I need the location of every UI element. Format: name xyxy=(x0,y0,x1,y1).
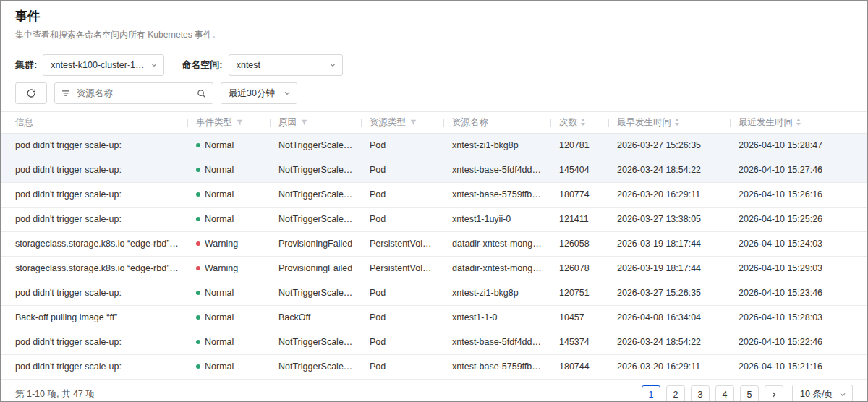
cluster-select[interactable]: xntest-k100-cluster-130-... xyxy=(43,54,164,76)
filter-icon[interactable] xyxy=(236,119,244,127)
refresh-button[interactable] xyxy=(15,82,47,104)
cell-event-type: Normal xyxy=(187,158,270,182)
column-header[interactable]: 资源名称 xyxy=(443,112,550,133)
cell-count: 126058 xyxy=(550,231,608,256)
namespace-select[interactable]: xntest xyxy=(229,54,343,76)
page-header: 事件 集中查看和搜索各命名空间内所有 Kubernetes 事件。 xyxy=(1,1,867,41)
cell-event-type: Normal xyxy=(187,133,270,158)
cell-last-time: 2026-04-10 15:22:46 xyxy=(730,330,868,354)
pagination-summary: 第 1-10 项, 共 47 项 xyxy=(15,388,95,401)
cell-event-type: Warning xyxy=(187,256,270,281)
column-header-label: 信息 xyxy=(15,116,33,129)
cell-resource-name: xntest-zi1-bkg8p xyxy=(443,281,550,305)
cell-last-time: 2026-04-10 15:24:03 xyxy=(730,231,868,256)
cell-count: 121411 xyxy=(550,207,608,231)
cell-reason: BackOff xyxy=(270,305,361,330)
cell-reason: NotTriggerScaleUp xyxy=(270,330,361,354)
filter-lines-icon[interactable] xyxy=(61,89,70,98)
next-page-button[interactable] xyxy=(765,385,783,402)
cell-resource-name: xntest-zi1-bkg8p xyxy=(443,133,550,158)
chevron-down-icon xyxy=(839,391,846,398)
cell-event-type: Normal xyxy=(187,207,270,231)
sort-icons[interactable] xyxy=(796,119,801,126)
sort-icons[interactable] xyxy=(581,119,585,126)
event-type-label: Warning xyxy=(205,239,238,249)
event-type-label: Normal xyxy=(205,362,234,372)
column-header[interactable]: 资源类型 xyxy=(361,112,443,133)
cell-message: pod didn't trigger scale-up: xyxy=(1,158,187,182)
time-range-select[interactable]: 最近30分钟 xyxy=(221,82,297,104)
cell-reason: NotTriggerScaleUp xyxy=(270,354,361,379)
event-type-label: Normal xyxy=(205,140,234,150)
table-row: Back-off pulling image “ff” Normal BackO… xyxy=(1,305,868,330)
table-row: pod didn't trigger scale-up: Normal NotT… xyxy=(1,354,868,379)
event-type-label: Normal xyxy=(205,189,234,200)
column-header-label: 资源名称 xyxy=(452,116,488,129)
search-icon[interactable] xyxy=(197,89,206,98)
cell-count: 180744 xyxy=(550,354,608,379)
page-size-value: 10 条/页 xyxy=(800,388,835,401)
cell-first-time: 2026-03-19 18:17:44 xyxy=(608,231,730,256)
event-type-dot xyxy=(196,241,200,246)
cell-reason: ProvisioningFailed xyxy=(270,256,361,281)
table-header-row: 信息 事件类型 原因 资源类型 资源名称 次数 xyxy=(1,112,868,133)
event-type-dot xyxy=(196,364,200,369)
cell-event-type: Normal xyxy=(187,330,270,354)
table-row: pod didn't trigger scale-up: Normal NotT… xyxy=(1,182,868,207)
page-button[interactable]: 1 xyxy=(642,385,660,402)
cell-resource-type: Pod xyxy=(361,354,443,379)
cell-message: pod didn't trigger scale-up: xyxy=(1,354,187,379)
pagination-pages: 12345 xyxy=(636,385,759,402)
cell-first-time: 2026-03-20 16:29:11 xyxy=(608,354,730,379)
cell-count: 120751 xyxy=(550,281,608,305)
cell-resource-type: Pod xyxy=(361,133,443,158)
column-header-label: 最早发生时间 xyxy=(617,116,671,129)
cell-resource-type: PersistentVolumeClaim xyxy=(361,231,443,256)
cell-resource-name: xntest1-1-0 xyxy=(443,305,550,330)
pagination: 12345 10 条/页 xyxy=(636,385,853,402)
cell-resource-type: Pod xyxy=(361,182,443,207)
cell-message: Back-off pulling image “ff” xyxy=(1,305,187,330)
cell-resource-type: Pod xyxy=(361,207,443,231)
column-header[interactable]: 信息 xyxy=(1,112,187,133)
search-input[interactable] xyxy=(75,87,192,99)
chevron-right-icon xyxy=(770,391,778,398)
sort-icons[interactable] xyxy=(675,119,679,126)
column-header[interactable]: 次数 xyxy=(550,112,608,133)
cell-resource-type: Pod xyxy=(361,158,443,182)
refresh-icon xyxy=(26,88,36,98)
cell-last-time: 2026-04-10 15:26:16 xyxy=(730,182,868,207)
page-button[interactable]: 4 xyxy=(715,385,734,402)
namespace-select-value: xntest xyxy=(237,60,325,70)
filter-icon[interactable] xyxy=(409,119,417,127)
table-row: pod didn't trigger scale-up: Normal NotT… xyxy=(1,281,868,305)
column-header[interactable]: 事件类型 xyxy=(187,112,270,133)
cell-first-time: 2026-03-19 18:17:44 xyxy=(608,256,730,281)
cell-last-time: 2026-04-10 15:23:46 xyxy=(730,281,868,305)
cell-event-type: Warning xyxy=(187,231,270,256)
page-size-select[interactable]: 10 条/页 xyxy=(792,385,853,402)
cell-event-type: Normal xyxy=(187,354,270,379)
cell-resource-name: datadir-xntest-mongo-mong... xyxy=(443,231,550,256)
page-button[interactable]: 2 xyxy=(666,385,685,402)
page-button[interactable]: 5 xyxy=(740,385,759,402)
events-table: 信息 事件类型 原因 资源类型 资源名称 次数 xyxy=(1,111,867,380)
table-row: pod didn't trigger scale-up: Normal NotT… xyxy=(1,133,868,158)
column-header[interactable]: 最近发生时间 xyxy=(730,112,868,133)
event-type-label: Normal xyxy=(205,165,234,175)
column-header-label: 最近发生时间 xyxy=(739,116,793,129)
cell-resource-name: xntest-base-5fdf4dd69b-b6q2p xyxy=(443,158,550,182)
cell-resource-type: Pod xyxy=(361,330,443,354)
filter-icon[interactable] xyxy=(300,119,308,127)
namespace-label: 命名空间: xyxy=(182,59,222,72)
cell-event-type: Normal xyxy=(187,182,270,207)
page-title: 事件 xyxy=(15,8,853,25)
cluster-label: 集群: xyxy=(15,59,37,72)
event-type-label: Normal xyxy=(205,312,234,322)
column-header[interactable]: 原因 xyxy=(270,112,361,133)
cell-reason: NotTriggerScaleUp xyxy=(270,182,361,207)
page-button[interactable]: 3 xyxy=(691,385,710,402)
column-header[interactable]: 最早发生时间 xyxy=(608,112,730,133)
events-page: 事件 集中查看和搜索各命名空间内所有 Kubernetes 事件。 集群: xn… xyxy=(0,0,868,402)
cell-count: 145374 xyxy=(550,330,608,354)
